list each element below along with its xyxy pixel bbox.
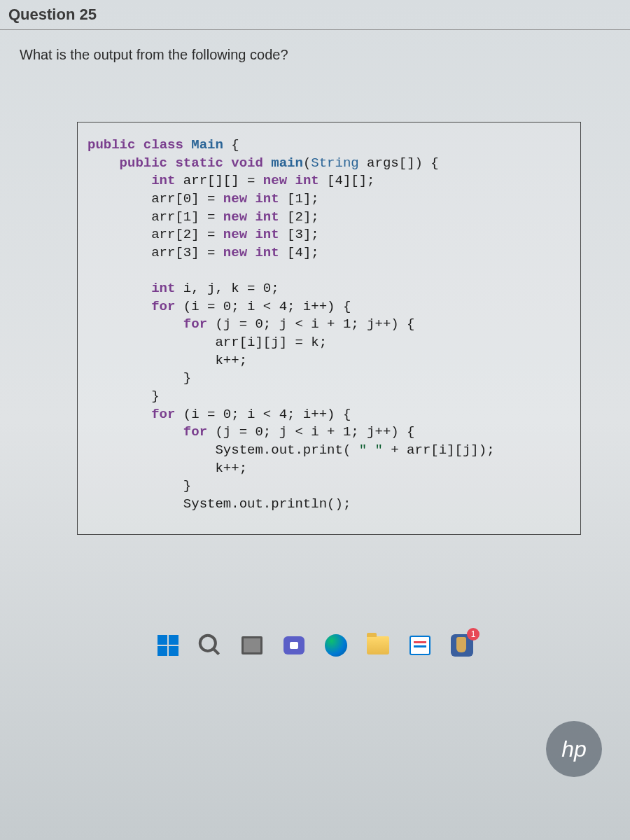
search-button[interactable]	[197, 632, 223, 659]
edge-button[interactable]	[323, 632, 349, 659]
folder-icon	[367, 636, 389, 654]
chat-button[interactable]	[281, 632, 307, 659]
search-icon	[197, 632, 223, 659]
store-icon	[410, 636, 430, 655]
task-view-icon	[241, 636, 262, 654]
question-number: Question 25	[8, 6, 622, 24]
code-block: public class Main { public static void m…	[88, 136, 570, 513]
chat-icon	[284, 636, 304, 654]
paint-button[interactable]: 1	[449, 632, 475, 659]
taskbar: 1	[0, 626, 630, 665]
question-prompt: What is the output from the following co…	[0, 30, 630, 80]
hp-logo-text: hp	[561, 736, 587, 762]
code-container: public class Main { public static void m…	[77, 122, 581, 535]
file-explorer-button[interactable]	[365, 632, 391, 659]
question-header: Question 25	[0, 0, 630, 30]
notification-badge: 1	[467, 628, 479, 640]
edge-icon	[325, 634, 347, 657]
store-button[interactable]	[407, 632, 433, 659]
svg-point-0	[200, 636, 216, 651]
task-view-button[interactable]	[239, 632, 265, 659]
svg-line-1	[214, 649, 219, 654]
windows-icon	[158, 635, 178, 656]
start-button[interactable]	[155, 632, 181, 659]
hp-logo: hp	[546, 721, 602, 777]
